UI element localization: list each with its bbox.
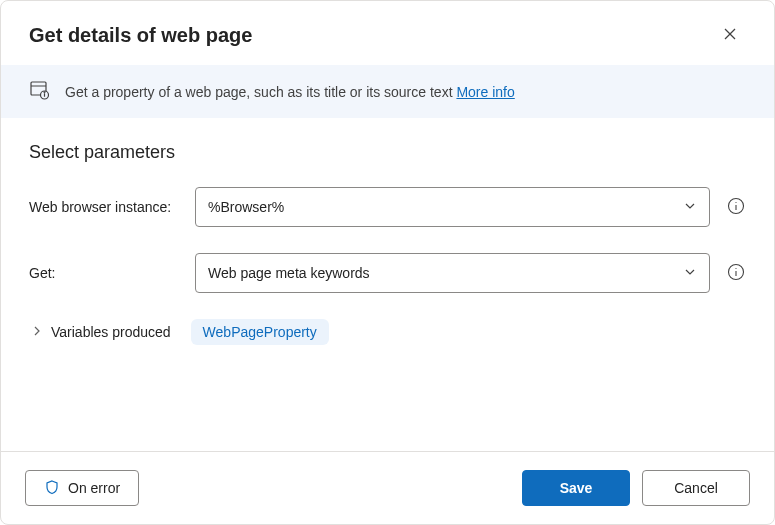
info-bar: Get a property of a web page, such as it…	[1, 65, 774, 118]
browser-instance-row: Web browser instance: %Browser%	[29, 187, 746, 227]
svg-point-9	[735, 201, 736, 202]
dialog-content: Select parameters Web browser instance: …	[1, 118, 774, 451]
shield-icon	[44, 479, 60, 498]
save-button[interactable]: Save	[522, 470, 630, 506]
info-description: Get a property of a web page, such as it…	[65, 84, 456, 100]
svg-point-6	[44, 92, 45, 93]
dialog-header: Get details of web page	[1, 1, 774, 65]
close-icon	[722, 26, 738, 45]
on-error-label: On error	[68, 480, 120, 496]
variable-chip[interactable]: WebPageProperty	[191, 319, 329, 345]
get-row: Get: Web page meta keywords	[29, 253, 746, 293]
browser-instance-label: Web browser instance:	[29, 199, 179, 215]
browser-instance-help[interactable]	[726, 197, 746, 217]
info-text: Get a property of a web page, such as it…	[65, 84, 515, 100]
chevron-down-icon	[683, 265, 697, 282]
browser-instance-select[interactable]: %Browser%	[195, 187, 710, 227]
get-select[interactable]: Web page meta keywords	[195, 253, 710, 293]
on-error-button[interactable]: On error	[25, 470, 139, 506]
section-title: Select parameters	[29, 142, 746, 163]
close-button[interactable]	[714, 19, 746, 51]
get-control: Web page meta keywords	[195, 253, 710, 293]
dialog-footer: On error Save Cancel	[1, 451, 774, 524]
cancel-label: Cancel	[674, 480, 718, 496]
more-info-link[interactable]: More info	[456, 84, 514, 100]
get-label: Get:	[29, 265, 179, 281]
chevron-right-icon	[31, 324, 43, 340]
web-page-icon	[29, 79, 51, 104]
get-help[interactable]	[726, 263, 746, 283]
info-icon	[727, 197, 745, 218]
chevron-down-icon	[683, 199, 697, 216]
save-label: Save	[560, 480, 593, 496]
dialog-title: Get details of web page	[29, 24, 252, 47]
dialog: Get details of web page Get a property o…	[0, 0, 775, 525]
browser-instance-control: %Browser%	[195, 187, 710, 227]
variables-expand-toggle[interactable]	[29, 324, 45, 340]
footer-right: Save Cancel	[522, 470, 750, 506]
info-icon	[727, 263, 745, 284]
variables-produced-label: Variables produced	[51, 324, 171, 340]
browser-instance-value: %Browser%	[208, 199, 284, 215]
variables-produced-row: Variables produced WebPageProperty	[29, 319, 746, 345]
svg-point-12	[735, 267, 736, 268]
get-value: Web page meta keywords	[208, 265, 370, 281]
cancel-button[interactable]: Cancel	[642, 470, 750, 506]
